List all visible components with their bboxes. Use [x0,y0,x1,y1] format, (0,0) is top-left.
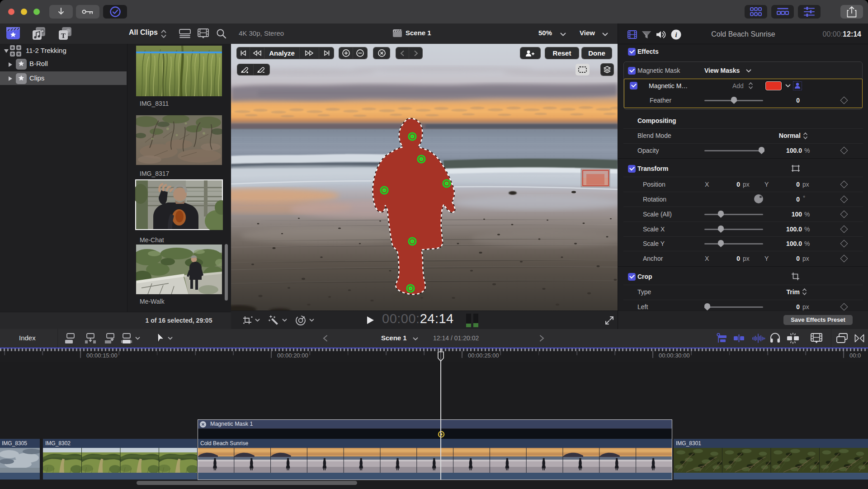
svg-text:T: T [61,32,66,39]
